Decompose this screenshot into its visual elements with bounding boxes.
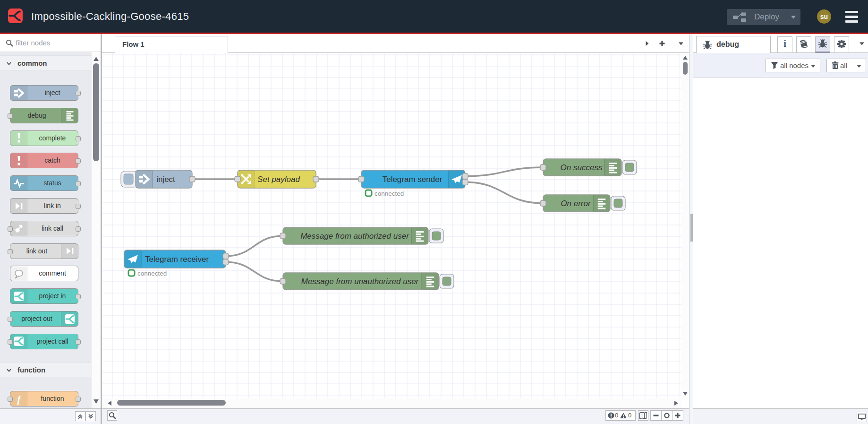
main-menu-button[interactable] <box>845 11 858 23</box>
search-icon <box>6 39 13 47</box>
node-port-output[interactable] <box>76 204 81 209</box>
palette-scrollbar[interactable] <box>91 52 101 408</box>
node-status-icon <box>366 190 372 196</box>
canvas-hscroll-thumb[interactable] <box>117 400 226 406</box>
flow-node-inject1[interactable]: inject <box>121 170 195 188</box>
scroll-down-icon[interactable] <box>683 391 688 396</box>
canvas-issue-counts[interactable]: 0 0 <box>605 410 636 421</box>
node-port-input[interactable] <box>280 233 286 239</box>
node-port-input[interactable] <box>8 113 13 119</box>
node-port-input[interactable] <box>8 339 13 345</box>
wire[interactable] <box>465 167 543 176</box>
sidebar-tab-debug[interactable] <box>815 36 830 53</box>
palette-node-comment[interactable]: comment <box>10 266 78 281</box>
node-port-input[interactable] <box>235 176 240 182</box>
sidebar-tab-help[interactable] <box>796 36 811 53</box>
open-debug-window-button[interactable] <box>857 412 867 422</box>
scroll-down-icon[interactable] <box>94 399 99 404</box>
zoom-reset-button[interactable] <box>661 410 672 421</box>
sidebar-tab-debug-active[interactable]: debug <box>696 36 771 53</box>
palette-node-project-call[interactable]: project call <box>10 334 78 349</box>
palette-search[interactable]: filter nodes <box>0 34 101 52</box>
debug-filter-button[interactable]: all nodes <box>766 59 820 72</box>
canvas-horizontal-scrollbar[interactable] <box>102 398 681 408</box>
palette-node-catch[interactable]: catch <box>10 153 78 168</box>
palette-node-project-out[interactable]: project out <box>10 311 78 327</box>
palette-node-status[interactable]: status <box>10 175 78 191</box>
deploy-button[interactable]: Deploy <box>727 9 800 25</box>
palette-node-link-call[interactable]: link call <box>10 221 78 236</box>
scroll-up-icon[interactable] <box>683 55 688 60</box>
palette-category-function[interactable]: function <box>0 362 91 377</box>
debug-clear-button[interactable]: all <box>826 59 866 72</box>
sidebar-tab-config[interactable] <box>834 36 849 53</box>
flow-node-sender[interactable]: Telegram senderconnected <box>358 170 468 197</box>
flow-node-change1[interactable]: Set payload <box>235 170 319 188</box>
scroll-left-icon[interactable] <box>107 400 112 406</box>
wire[interactable] <box>465 182 543 203</box>
sidebar-tab-info[interactable]: i <box>777 36 792 53</box>
node-port-output[interactable] <box>76 91 81 96</box>
debug-messages-panel[interactable] <box>693 78 868 408</box>
user-avatar[interactable]: su <box>817 9 831 24</box>
node-port-output[interactable] <box>76 397 81 402</box>
scroll-up-icon[interactable] <box>94 56 99 61</box>
node-port-output[interactable] <box>223 253 229 259</box>
flow-node-msgunauth[interactable]: Message from unauthorized user <box>280 273 454 290</box>
node-port-output[interactable] <box>223 259 229 265</box>
node-port-output[interactable] <box>76 339 81 345</box>
sidebar-menu-caret-icon[interactable] <box>859 41 865 46</box>
node-port-input[interactable] <box>540 164 546 170</box>
deploy-caret-icon[interactable] <box>790 13 797 21</box>
node-port-input[interactable] <box>8 317 13 322</box>
add-flow-button[interactable] <box>656 38 668 49</box>
flow-node-msgauth[interactable]: Message from authorized user <box>280 227 443 244</box>
node-port-output[interactable] <box>76 226 81 232</box>
node-port-output[interactable] <box>76 158 81 164</box>
palette-node-complete[interactable]: complete <box>10 130 78 146</box>
zoom-out-button[interactable] <box>650 410 662 421</box>
palette-node-link-in[interactable]: link in <box>10 198 78 214</box>
flow-node-onerror[interactable]: On error <box>540 195 625 212</box>
canvas-search-button[interactable] <box>107 410 117 421</box>
flow-svg[interactable]: inject Set payload Telegram senderconnec… <box>102 53 681 398</box>
node-port-input[interactable] <box>540 200 546 206</box>
canvas-vscroll-thumb[interactable] <box>683 62 688 75</box>
wire[interactable] <box>226 262 283 281</box>
canvas-minimap-button[interactable] <box>638 410 648 421</box>
canvas-vertical-scrollbar[interactable] <box>681 53 689 398</box>
node-port-input[interactable] <box>8 249 13 254</box>
sidebar-splitter[interactable] <box>689 34 693 424</box>
tab-scroll-right-button[interactable] <box>641 38 653 49</box>
node-port-input[interactable] <box>280 278 286 284</box>
node-port-input[interactable] <box>8 397 13 402</box>
wire[interactable] <box>226 236 283 256</box>
node-port-input[interactable] <box>358 176 364 182</box>
canvas-zoom-controls <box>650 410 683 421</box>
node-port-input[interactable] <box>8 226 13 232</box>
palette-node-function[interactable]: f function <box>10 391 78 407</box>
node-port-output[interactable] <box>462 179 468 185</box>
node-port-output[interactable] <box>76 294 81 299</box>
palette-node-project-in[interactable]: project in <box>10 288 78 304</box>
palette-collapse-all-button[interactable] <box>75 411 85 421</box>
node-port-output[interactable] <box>313 176 319 182</box>
tab-flow-1[interactable]: Flow 1 <box>115 36 228 53</box>
palette-expand-all-button[interactable] <box>85 411 96 421</box>
flow-node-onsuccess[interactable]: On success <box>540 159 637 176</box>
palette-category-common[interactable]: common <box>0 55 91 70</box>
flow-list-button[interactable] <box>675 38 687 49</box>
zoom-in-button[interactable] <box>672 410 683 421</box>
palette-node-debug[interactable]: debug <box>10 108 78 123</box>
canvas-footer: 0 0 <box>102 408 689 424</box>
palette-scrollbar-thumb[interactable] <box>93 63 99 161</box>
node-port-output[interactable] <box>462 173 468 179</box>
flow-canvas[interactable]: inject Set payload Telegram senderconnec… <box>102 53 681 398</box>
palette-node-inject[interactable]: inject <box>10 85 78 101</box>
flow-node-receiver[interactable]: Telegram receiverconnected <box>124 250 229 277</box>
scroll-right-icon[interactable] <box>674 400 679 406</box>
node-port-output[interactable] <box>76 136 81 141</box>
node-port-output[interactable] <box>76 181 81 186</box>
node-port-output[interactable] <box>189 176 195 182</box>
palette-node-link-out[interactable]: link out <box>10 243 78 259</box>
